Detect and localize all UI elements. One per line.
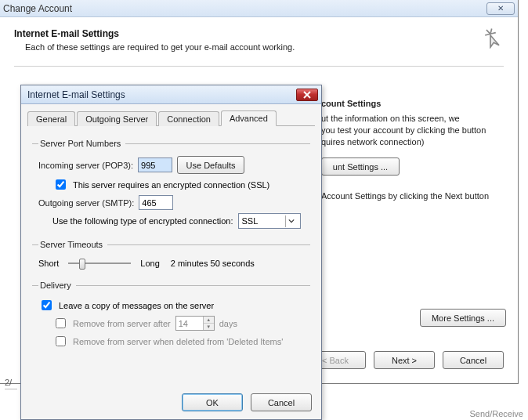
leave-copy-label: Leave a copy of messages on the server [59, 301, 214, 310]
delivery-group: Delivery Leave a copy of messages on the… [32, 281, 310, 352]
tab-outgoing-server[interactable]: Outgoing Server [77, 111, 157, 126]
outer-close-button[interactable]: ✕ [486, 2, 515, 15]
server-port-numbers-group: Server Port Numbers Incoming server (POP… [32, 139, 310, 232]
timeout-short-label: Short [38, 259, 59, 268]
outer-titlebar: Change Account ✕ [0, 0, 518, 17]
dialog-close-button[interactable] [296, 89, 318, 101]
delivery-legend: Delivery [38, 281, 76, 290]
tab-connection[interactable]: Connection [158, 111, 219, 126]
page-header-title: Internet E-mail Settings [14, 28, 504, 39]
remove-after-days-input[interactable] [176, 317, 203, 330]
cancel-button[interactable]: Cancel [443, 351, 504, 369]
timeout-long-label: Long [140, 259, 159, 268]
chevron-down-icon [285, 215, 297, 227]
server-timeouts-group: Server Timeouts Short Long 2 minutes 50 … [32, 240, 310, 273]
tabstrip: General Outgoing Server Connection Advan… [27, 109, 315, 126]
encrypted-connection-value: SSL [242, 216, 259, 226]
next-button[interactable]: Next > [374, 351, 435, 369]
account-settings-heading: count Settings [321, 99, 506, 108]
remove-after-checkbox[interactable] [56, 318, 66, 328]
account-settings-desc: quires network connection) [321, 136, 506, 148]
ok-button[interactable]: OK [182, 393, 243, 411]
ssl-required-label: This server requires an encrypted connec… [73, 180, 269, 190]
remove-after-label-pre: Remove from server after [73, 319, 171, 328]
timeout-slider[interactable] [68, 257, 131, 270]
outgoing-server-port-input[interactable] [139, 195, 173, 210]
incoming-server-label: Incoming server (POP3): [38, 161, 133, 170]
outer-window-title: Change Account [3, 3, 486, 14]
outgoing-server-label: Outgoing server (SMTP): [38, 198, 134, 208]
account-settings-desc: you test your account by clicking the bu… [321, 125, 506, 136]
page-header-subtitle: Each of these settings are required to g… [25, 42, 504, 52]
test-account-settings-button[interactable]: unt Settings ... [321, 158, 400, 176]
account-settings-desc: ut the information on this screen, we [321, 113, 506, 125]
partial-tab-label: 2/ [5, 378, 17, 389]
email-settings-dialog: Internet E-mail Settings General Outgoin… [20, 85, 322, 420]
dialog-title: Internet E-mail Settings [27, 89, 296, 100]
encrypted-connection-label: Use the following type of encrypted conn… [52, 216, 233, 226]
tab-advanced[interactable]: Advanced [221, 110, 277, 126]
dialog-titlebar: Internet E-mail Settings [21, 85, 321, 104]
timeout-value: 2 minutes 50 seconds [171, 259, 255, 268]
incoming-server-port-input[interactable] [138, 158, 172, 172]
dialog-cancel-button[interactable]: Cancel [251, 393, 312, 411]
encrypted-connection-select[interactable]: SSL [238, 213, 301, 229]
account-settings-panel: count Settings ut the information on thi… [321, 99, 506, 201]
status-send-receive: Send/Receive [470, 409, 524, 418]
server-port-numbers-legend: Server Port Numbers [38, 139, 125, 148]
cursor-star-icon [477, 22, 504, 50]
tab-general[interactable]: General [27, 111, 75, 126]
use-defaults-button[interactable]: Use Defaults [177, 156, 244, 174]
remove-when-deleted-label: Remove from server when deleted from 'De… [73, 337, 283, 346]
remove-after-label-post: days [219, 319, 237, 328]
more-settings-button[interactable]: More Settings ... [420, 309, 506, 327]
server-timeouts-legend: Server Timeouts [38, 240, 107, 249]
remove-when-deleted-checkbox[interactable] [56, 336, 66, 346]
leave-copy-checkbox[interactable] [42, 300, 52, 310]
account-settings-note: Account Settings by clicking the Next bu… [321, 191, 506, 201]
ssl-required-checkbox[interactable] [56, 179, 66, 190]
remove-after-days-spin[interactable]: ▲▼ [175, 316, 215, 331]
